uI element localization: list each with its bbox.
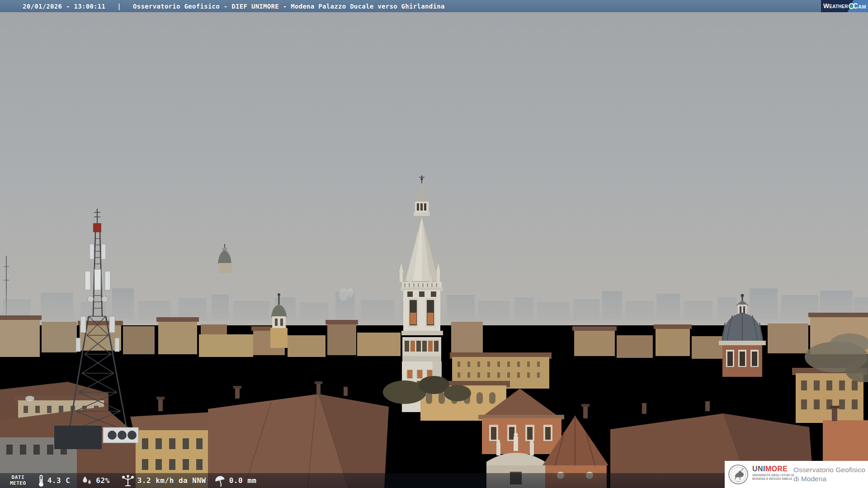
webcam-photo <box>0 0 868 488</box>
umbrella-icon <box>214 475 226 487</box>
unimore-subtitle-line2: MODENA E REGGIO EMILIA <box>752 477 794 481</box>
svg-text:1175: 1175 <box>736 481 740 483</box>
unimore-wordmark-more: MORE <box>765 465 788 473</box>
weathercam-logo-cam-text: Cam <box>853 2 866 10</box>
unimore-wordmark-uni: UNI <box>752 465 765 473</box>
camera-title: Osservatorio Geofisico - DIEF UNIMORE - … <box>133 3 445 10</box>
precipitation-value: 0.0 mm <box>229 476 257 485</box>
observatory-name: Osservatorio Geofisico di Modena <box>793 465 865 483</box>
unimore-seal-icon: 1175 <box>728 464 749 485</box>
temperature-readout: 4.3 C <box>38 474 71 487</box>
meteo-label: DATI METEO <box>10 475 26 486</box>
wind-readout: 3.2 km/h da NNW <box>122 475 206 487</box>
weathercam-logo: Weather Cam <box>821 0 868 12</box>
precipitation-readout: 0.0 mm <box>214 475 257 487</box>
humidity-value: 62% <box>96 476 109 485</box>
observatory-name-line2: di Modena <box>793 474 865 483</box>
timestamp: 20/01/2026 - 13:00:11 <box>23 3 105 10</box>
meteo-label-line2: METEO <box>10 481 26 486</box>
humidity-drops-icon <box>81 475 93 487</box>
header-bar: 20/01/2026 - 13:00:11 | Osservatorio Geo… <box>0 0 868 12</box>
unimore-subtitle-line1: UNIVERSITÀ DEGLI STUDI DI <box>752 474 794 477</box>
observatory-name-line1: Osservatorio Geofisico <box>793 465 865 474</box>
unimore-wordmark: UNIMORE UNIVERSITÀ DEGLI STUDI DI MODENA… <box>752 465 794 480</box>
anemometer-icon <box>122 475 134 487</box>
header-separator: | <box>117 3 121 10</box>
unimore-logo-box: 1175 UNIMORE UNIVERSITÀ DEGLI STUDI DI M… <box>725 461 868 488</box>
webcam-frame: 20/01/2026 - 13:00:11 | Osservatorio Geo… <box>0 0 868 488</box>
weathercam-logo-weather-text: Weather <box>823 2 848 10</box>
wind-value: 3.2 km/h da NNW <box>137 476 206 485</box>
thermometer-icon <box>38 474 44 487</box>
meteo-label-line1: DATI <box>10 475 26 480</box>
temperature-value: 4.3 C <box>47 476 71 485</box>
humidity-readout: 62% <box>81 475 109 487</box>
